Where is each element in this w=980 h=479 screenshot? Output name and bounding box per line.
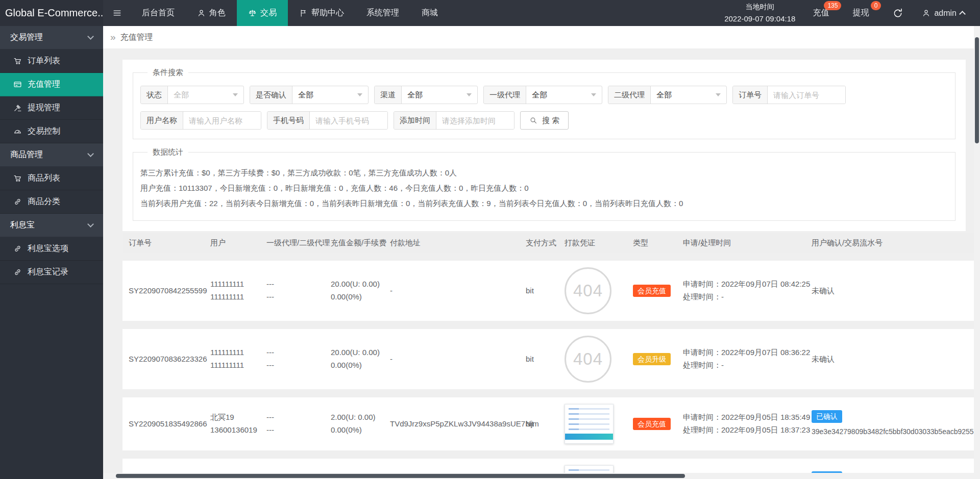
filter-label: 手机号码 (267, 112, 310, 129)
sidebar-group-label: 交易管理 (10, 32, 43, 43)
sidebar-item-label: 提现管理 (28, 103, 60, 113)
cell-order-no: SY2209070842255599 (122, 285, 204, 297)
cell-user: 111111111111111111 (204, 346, 260, 372)
nav-item-roles[interactable]: 角色 (186, 0, 237, 26)
filter-agent2-select[interactable]: 全部 (651, 86, 726, 104)
column-header: 打款凭证 (558, 238, 627, 248)
link-icon (13, 244, 22, 253)
phone-input[interactable] (310, 112, 387, 129)
transaction-hash: 39e3e34279809b3482fc5bbf30d03033b5eacb92… (812, 426, 974, 438)
table-body: SY2209070842255599111111111111111111----… (122, 261, 974, 473)
cell-payment-address: TVd9Jrz9xsP5pZKLw3JV94438a9sUE7Njm (384, 418, 520, 431)
sidebar-item-lixibao-group[interactable]: 利息宝 (0, 214, 103, 237)
user-icon (922, 9, 930, 17)
table-row: SY2209070836223326111111111111111111----… (122, 329, 974, 389)
filter-confirmed-select[interactable]: 全部 (292, 86, 368, 104)
user-icon (197, 9, 206, 17)
main-content: 条件搜索 状态全部是否确认全部渠道全部一级代理全部二级代理全部订单号 用户名称手… (103, 48, 974, 473)
recharge-shortcut[interactable]: 充值 135 (813, 8, 829, 18)
agent-line: --- (266, 424, 325, 437)
sidebar-toggle-button[interactable] (103, 0, 131, 26)
time-line: 申请时间：2022年09月05日 18:35:49 (683, 411, 805, 424)
nav-item-label: 交易 (260, 8, 277, 18)
orders-table: 订单号用户一级代理/二级代理充值金额/手续费付款地址支付方式打款凭证类型申请/处… (122, 233, 974, 473)
cell-type: 会员充值 (627, 418, 677, 431)
search-button[interactable]: 搜 索 (520, 111, 569, 130)
filter-status-select[interactable]: 全部 (168, 86, 243, 104)
sidebar-item-label: 利息宝选项 (28, 243, 68, 254)
time-line: 申请时间：2022年09月07日 08:42:25 (683, 278, 805, 291)
sidebar-item-goods-list[interactable]: 商品列表 (0, 167, 103, 190)
cell-voucher (558, 465, 627, 473)
gavel-icon (13, 104, 22, 112)
filter-confirmed: 是否确认全部 (250, 86, 369, 104)
cell-type: 会员充值 (627, 285, 677, 297)
cell-voucher: 404 (558, 267, 627, 314)
nav-item-help[interactable]: 帮助中心 (288, 0, 355, 26)
refresh-icon[interactable] (892, 8, 903, 19)
username-input[interactable] (183, 112, 261, 129)
column-header: 付款地址 (384, 238, 520, 248)
nav-item-label: 帮助中心 (311, 8, 344, 18)
vertical-scrollbar-thumb[interactable] (975, 37, 979, 143)
cell-amount: 20.00(U: 0.00)0.00(0%) (325, 278, 384, 304)
voucher-screenshot-thumbnail[interactable] (565, 465, 614, 473)
type-badge: 会员充值 (633, 285, 671, 297)
sidebar-item-lixibao-options[interactable]: 利息宝选项 (0, 237, 103, 261)
data-statistics-legend: 数据统计 (148, 147, 188, 157)
time-line: 处理时间：2022年09月05日 18:37:23 (683, 424, 805, 437)
sidebar-item-withdraw-mgmt[interactable]: 提现管理 (0, 96, 103, 120)
sidebar-item-trade-group[interactable]: 交易管理 (0, 26, 103, 49)
vertical-scrollbar[interactable] (974, 26, 980, 473)
table-row: SY2209051713309053北冥1813600136018------2… (122, 459, 974, 473)
sidebar-item-order-list[interactable]: 订单列表 (0, 49, 103, 73)
sidebar-item-recharge-mgmt[interactable]: 充值管理 (0, 73, 103, 96)
sidebar-item-trade-control[interactable]: 交易控制 (0, 120, 103, 143)
chevron-down-icon (467, 93, 472, 96)
chevron-down-icon (591, 93, 596, 96)
horizontal-scrollbar-thumb[interactable] (116, 474, 685, 478)
nav-item-system[interactable]: 系统管理 (355, 0, 410, 26)
sidebar-item-lixibao-records[interactable]: 利息宝记录 (0, 261, 103, 284)
sidebar-item-goods-category[interactable]: 商品分类 (0, 190, 103, 214)
nav-item-trade[interactable]: 交易 (237, 0, 288, 26)
sidebar-item-goods-group[interactable]: 商品管理 (0, 143, 103, 167)
nav-item-mall[interactable]: 商城 (410, 0, 449, 26)
voucher-screenshot-thumbnail[interactable] (565, 404, 614, 444)
sidebar-item-label: 商品列表 (28, 173, 60, 184)
cell-confirm: 未确认 (805, 353, 974, 366)
statistics-lines: 第三方累计充值：$0，第三方手续费：$0，第三方成功收款：0笔，第三方充值成功人… (140, 165, 948, 211)
agent-line: --- (266, 359, 325, 372)
column-header: 支付方式 (520, 238, 558, 248)
column-header: 订单号 (122, 238, 204, 248)
link-icon (13, 197, 22, 206)
filter-label: 订单号 (733, 86, 768, 104)
nav-item-label: 商城 (422, 8, 438, 18)
confirm-status-text: 未确认 (812, 286, 835, 295)
horizontal-scrollbar[interactable] (103, 473, 974, 479)
filter-agent1: 一级代理全部 (483, 86, 602, 104)
filter-selected-value: 全部 (298, 90, 313, 100)
cell-times: 申请时间：2022年09月07日 08:36:22处理时间：- (677, 346, 805, 372)
filter-label: 状态 (141, 86, 168, 104)
cell-agents: ------ (260, 278, 325, 304)
cell-order-no: SY2209051835492866 (122, 418, 204, 431)
filter-label: 是否确认 (250, 86, 292, 104)
agent-line: --- (266, 411, 325, 424)
cell-agents: ------ (260, 346, 325, 372)
withdraw-shortcut[interactable]: 提现 0 (852, 8, 869, 18)
stats-line: 当前列表用户充值：22，当前列表今日新增充值：0，当前列表昨日新增充值：0，当前… (140, 196, 948, 211)
cell-confirm: 已确认39e3e34279809b3482fc5bbf30d03033b5eac… (805, 410, 974, 438)
chevron-down-icon (87, 33, 94, 40)
user-menu[interactable]: admin (922, 9, 965, 18)
sidebar-group-label: 利息宝 (10, 220, 35, 231)
add-time-input[interactable] (436, 112, 514, 129)
filter-agent1-select[interactable]: 全部 (526, 86, 602, 104)
page-title: 充值管理 (120, 32, 153, 43)
amount-line: 20.00(U: 0.00) (331, 278, 384, 291)
order-no-input[interactable] (768, 86, 845, 104)
nav-item-home[interactable]: 后台首页 (131, 0, 186, 26)
filter-phone: 手机号码 (267, 111, 388, 130)
nav-item-label: 后台首页 (142, 8, 175, 18)
filter-channel-select[interactable]: 全部 (402, 86, 477, 104)
